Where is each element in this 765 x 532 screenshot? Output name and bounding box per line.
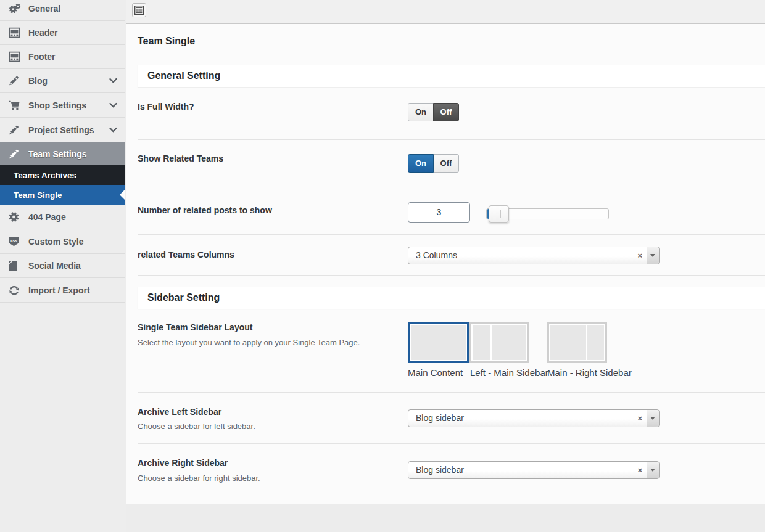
svg-text:css: css [10,238,17,242]
